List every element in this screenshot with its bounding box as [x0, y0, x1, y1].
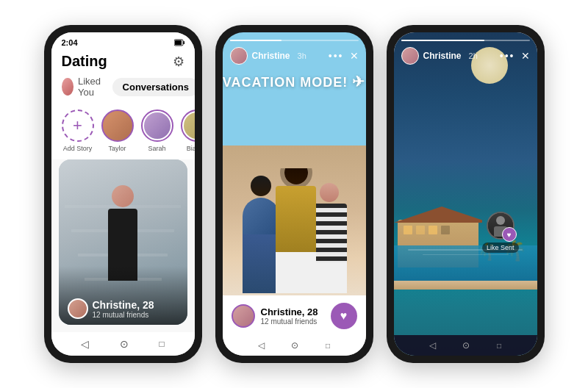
progress-bar: [230, 40, 359, 41]
progress-fill-3: [401, 40, 485, 41]
liked-you-avatar: [62, 78, 74, 96]
gear-icon[interactable]: ⚙: [173, 54, 184, 70]
profile-card[interactable]: Christine, 28 12 mutual friends: [59, 159, 187, 325]
pool-background: Christine 2h ••• ✕ 🌴 �: [394, 32, 537, 356]
story-user-info-3: Christine 2h: [401, 47, 478, 65]
phone-2-screen: Christine 3h ••• ✕ VACATION MODE! ✈: [223, 32, 366, 356]
progress-bar-3: [401, 40, 530, 41]
vacation-text: VACATION MODE! ✈: [223, 73, 366, 90]
story-header-3: Christine 2h ••• ✕: [394, 32, 537, 65]
story-header-2: Christine 3h ••• ✕: [223, 32, 366, 65]
story-user-row-3: Christine 2h ••• ✕: [401, 47, 530, 65]
taylor-avatar: [101, 109, 134, 142]
phones-container: 2:04 Dating ⚙ Liked You: [29, 10, 559, 378]
story-close-btn[interactable]: ✕: [350, 50, 359, 62]
story-user-info: Christine 3h: [230, 47, 306, 65]
status-time: 2:04: [62, 38, 78, 47]
phone-2: Christine 3h ••• ✕ VACATION MODE! ✈: [215, 25, 373, 363]
progress-fill: [230, 40, 282, 41]
back-icon-2[interactable]: ◁: [258, 340, 265, 351]
story-dots-icon[interactable]: •••: [329, 50, 344, 62]
status-bar-1: 2:04: [51, 32, 195, 50]
bianca-avatar: [181, 109, 195, 142]
phone-1: 2:04 Dating ⚙ Liked You: [44, 25, 202, 363]
liked-you-tab[interactable]: Liked You: [62, 76, 107, 98]
story-2-footer: Christine, 28 12 mutual friends ♥: [223, 295, 366, 335]
pool-deck: [394, 281, 537, 290]
sarah-label: Sarah: [148, 145, 165, 152]
liked-you-label: Liked You: [78, 76, 107, 98]
like-sent-avatar: ♥: [487, 212, 514, 240]
conversations-label: Conversations: [123, 82, 189, 93]
taylor-label: Taylor: [108, 145, 126, 152]
phone-1-header: Dating ⚙: [51, 50, 195, 76]
footer-name: Christine, 28: [261, 306, 318, 317]
nav-bar-3: ◁ ⊙ □: [394, 335, 537, 356]
app-title: Dating: [62, 53, 107, 70]
recent-icon[interactable]: □: [159, 339, 164, 349]
recent-icon-2[interactable]: □: [326, 342, 330, 350]
home-icon-3[interactable]: ⊙: [462, 340, 470, 351]
svg-rect-2: [175, 40, 182, 45]
nav-bar-2: ◁ ⊙ □: [223, 335, 366, 356]
story-sarah[interactable]: Sarah: [141, 109, 173, 152]
add-story-btn[interactable]: +: [62, 109, 94, 142]
phone-3: Christine 2h ••• ✕ 🌴 �: [387, 25, 545, 363]
back-icon-3[interactable]: ◁: [429, 340, 436, 351]
back-icon[interactable]: ◁: [81, 338, 89, 350]
footer-avatar: [232, 304, 255, 328]
footer-user: Christine, 28 12 mutual friends: [232, 304, 318, 328]
stories-row: + Add Story Taylor Sarah: [51, 105, 195, 159]
story-close-btn-3[interactable]: ✕: [521, 50, 530, 62]
story-actions-3: ••• ✕: [500, 50, 530, 62]
like-heart-badge: ♥: [502, 227, 517, 242]
conversations-tab[interactable]: Conversations: [112, 78, 195, 96]
airplane-icon: ✈: [352, 73, 365, 90]
home-icon[interactable]: ⊙: [120, 338, 129, 350]
story-add-item[interactable]: + Add Story: [62, 109, 94, 152]
vacation-label: VACATION MODE!: [223, 75, 348, 90]
home-icon-2[interactable]: ⊙: [291, 340, 298, 351]
sarah-avatar: [141, 109, 173, 142]
like-sent-label: Like Sent: [482, 242, 519, 253]
card-name: Christine, 28: [93, 299, 154, 311]
story-taylor[interactable]: Taylor: [101, 109, 134, 152]
footer-mutual: 12 mutual friends: [261, 317, 318, 326]
plus-icon: +: [73, 118, 82, 134]
add-story-label: Add Story: [63, 145, 93, 152]
story-time: 3h: [298, 51, 306, 60]
story-user-avatar: [230, 47, 248, 65]
card-mutual: 12 mutual friends: [93, 311, 154, 319]
story-time-3: 2h: [469, 51, 478, 60]
status-icons: [174, 39, 184, 46]
heart-icon: ♥: [340, 309, 348, 323]
story-username-3: Christine: [423, 51, 462, 61]
nav-bar-1: ◁ ⊙ □: [51, 332, 195, 356]
story-user-avatar-3: [401, 47, 419, 65]
beach-background: Christine 3h ••• ✕ VACATION MODE! ✈: [223, 32, 366, 356]
story-user-row: Christine 3h ••• ✕: [230, 47, 359, 65]
like-sent-container: ♥ Like Sent: [482, 212, 519, 253]
story-username: Christine: [252, 51, 290, 61]
bianca-label: Bianca: [187, 145, 195, 152]
story-dots-icon-3[interactable]: •••: [500, 50, 515, 62]
svg-rect-1: [183, 41, 184, 44]
footer-row: Christine, 28 12 mutual friends ♥: [232, 303, 357, 329]
tabs-row: Liked You Conversations: [51, 76, 195, 105]
recent-icon-3[interactable]: □: [497, 342, 501, 350]
phone-3-screen: Christine 2h ••• ✕ 🌴 �: [394, 32, 537, 356]
story-bianca[interactable]: Bianca: [181, 109, 195, 152]
story-actions: ••• ✕: [329, 50, 359, 62]
phone-1-screen: 2:04 Dating ⚙ Liked You: [51, 32, 195, 356]
heart-button[interactable]: ♥: [331, 303, 357, 329]
battery-icon: [174, 39, 184, 46]
